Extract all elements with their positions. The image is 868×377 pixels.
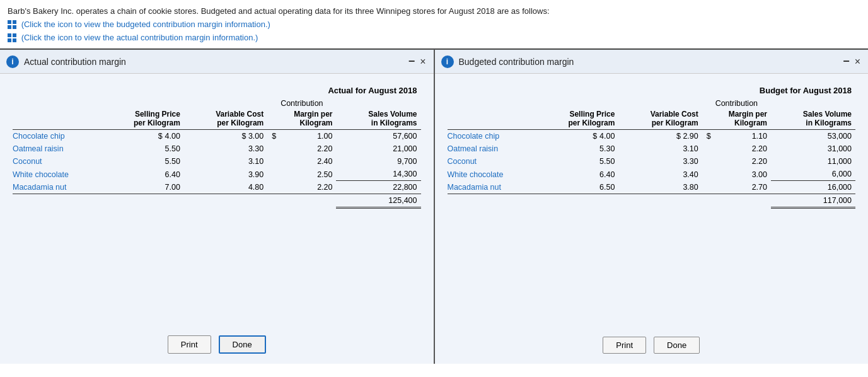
actual-row-sales: 22,800 — [336, 181, 420, 194]
actual-row-variable: $ 3.00 — [184, 130, 267, 143]
budgeted-row-label: Macadamia nut — [448, 181, 538, 194]
svg-rect-4 — [8, 33, 11, 37]
budgeted-header-sales: Sales Volume in Kilograms — [771, 108, 855, 130]
actual-header-sales: Sales Volume in Kilograms — [336, 108, 420, 130]
actual-row-selling: 7.00 — [103, 181, 184, 194]
budgeted-col-contribution: Contribution — [702, 97, 771, 108]
actual-header-selling: Selling Price per Kilogram — [103, 108, 184, 130]
budgeted-row-variable: $ 2.90 — [618, 130, 702, 143]
budgeted-row-variable: 3.10 — [618, 142, 702, 155]
actual-header-margin: Margin per Kilogram — [267, 108, 336, 130]
budgeted-link-row[interactable]: (Click the icon to view the budgeted con… — [8, 18, 860, 32]
actual-total: 125,400 — [336, 194, 420, 208]
top-description-section: Barb's Bakery Inc. operates a chain of c… — [0, 0, 868, 49]
actual-done-button[interactable]: Done — [219, 335, 266, 354]
actual-col-empty — [13, 97, 103, 108]
actual-row-label: Macadamia nut — [13, 181, 103, 194]
svg-rect-5 — [13, 33, 16, 37]
budgeted-done-button[interactable]: Done — [654, 337, 700, 354]
actual-row-margin-dollar — [267, 168, 280, 181]
actual-minimize-button[interactable]: − — [408, 55, 415, 68]
budgeted-table-row: Coconut 5.50 3.30 2.20 11,000 — [448, 155, 856, 168]
budgeted-row-margin-dollar: $ — [702, 130, 715, 143]
actual-row-margin: 2.20 — [280, 142, 336, 155]
budgeted-row-sales: 31,000 — [771, 142, 855, 155]
budgeted-panel: i Budgeted contribution margin − × Budge… — [435, 50, 869, 364]
actual-panel-controls: − × — [408, 55, 426, 68]
actual-table-row: White chocolate 6.40 3.90 2.50 14,300 — [13, 168, 421, 181]
actual-row-margin-dollar: $ — [267, 130, 280, 143]
budgeted-row-selling: 5.30 — [537, 142, 618, 155]
actual-close-button[interactable]: × — [420, 56, 425, 67]
budgeted-panel-header: i Budgeted contribution margin − × — [435, 50, 869, 74]
budgeted-link-text[interactable]: (Click the icon to view the budgeted con… — [21, 20, 270, 29]
budgeted-row-sales: 11,000 — [771, 155, 855, 168]
actual-row-label: Oatmeal raisin — [13, 142, 103, 155]
panels-container: i Actual contribution margin − × Actual … — [0, 49, 868, 364]
actual-row-variable: 4.80 — [184, 181, 267, 194]
actual-row-margin: 1.00 — [280, 130, 336, 143]
actual-row-variable: 3.10 — [184, 155, 267, 168]
actual-table-title: Actual for August 2018 — [13, 84, 421, 97]
budgeted-total-row: 117,000 — [448, 194, 856, 208]
svg-rect-0 — [8, 20, 11, 24]
budgeted-row-margin: 2.70 — [715, 181, 771, 194]
actual-row-label: Coconut — [13, 155, 103, 168]
actual-header-variable: Variable Cost per Kilogram — [184, 108, 267, 130]
budgeted-row-margin-dollar — [702, 168, 715, 181]
actual-row-sales: 14,300 — [336, 168, 420, 181]
actual-row-margin-dollar — [267, 181, 280, 194]
budgeted-col-variable-empty — [618, 97, 702, 108]
actual-row-sales: 9,700 — [336, 155, 420, 168]
actual-table: Actual for August 2018 Contribution Sell… — [13, 84, 421, 209]
actual-col-contribution: Contribution — [267, 97, 336, 108]
actual-row-margin: 2.50 — [280, 168, 336, 181]
actual-panel: i Actual contribution margin − × Actual … — [0, 50, 435, 364]
budgeted-row-label: Chocolate chip — [448, 130, 538, 143]
budgeted-table-title: Budget for August 2018 — [448, 84, 856, 97]
budgeted-row-margin: 2.20 — [715, 142, 771, 155]
budgeted-col-sales-empty — [771, 97, 855, 108]
actual-panel-footer: Print Done — [0, 328, 434, 364]
budgeted-col-empty — [448, 97, 538, 108]
budgeted-minimize-button[interactable]: − — [843, 55, 850, 68]
actual-col-selling-empty — [103, 97, 184, 108]
budgeted-total-margin — [715, 194, 771, 208]
budgeted-table-row: Oatmeal raisin 5.30 3.10 2.20 31,000 — [448, 142, 856, 155]
budgeted-table: Budget for August 2018 Contribution Sell… — [448, 84, 856, 209]
actual-row-margin: 2.40 — [280, 155, 336, 168]
budgeted-total-margin-dollar — [702, 194, 715, 208]
actual-total-label — [13, 194, 103, 208]
budgeted-row-margin: 1.10 — [715, 130, 771, 143]
budgeted-row-margin: 2.20 — [715, 155, 771, 168]
actual-total-margin — [280, 194, 336, 208]
svg-rect-7 — [13, 38, 16, 42]
budgeted-row-sales: 16,000 — [771, 181, 855, 194]
budgeted-panel-title: Budgeted contribution margin — [459, 57, 843, 67]
actual-link-text[interactable]: (Click the icon to view the actual contr… — [21, 33, 258, 42]
actual-row-label: White chocolate — [13, 168, 103, 181]
budgeted-total: 117,000 — [771, 194, 855, 208]
budgeted-table-row: White chocolate 6.40 3.40 3.00 6,000 — [448, 168, 856, 181]
actual-table-row: Macadamia nut 7.00 4.80 2.20 22,800 — [13, 181, 421, 194]
budgeted-panel-footer: Print Done — [435, 329, 869, 364]
actual-row-selling: 6.40 — [103, 168, 184, 181]
budgeted-close-button[interactable]: × — [855, 56, 860, 67]
budgeted-print-button[interactable]: Print — [603, 337, 646, 354]
budgeted-row-sales: 53,000 — [771, 130, 855, 143]
budgeted-total-variable — [618, 194, 702, 208]
actual-print-button[interactable]: Print — [168, 335, 211, 354]
budgeted-panel-controls: − × — [843, 55, 860, 68]
budgeted-row-margin-dollar — [702, 142, 715, 155]
budgeted-info-icon: i — [441, 55, 454, 68]
actual-row-sales: 57,600 — [336, 130, 420, 143]
actual-col-sales-empty — [336, 97, 420, 108]
actual-row-margin-dollar — [267, 142, 280, 155]
budgeted-total-label — [448, 194, 538, 208]
grid-icon-actual — [8, 33, 16, 42]
budgeted-row-label: Oatmeal raisin — [448, 142, 538, 155]
actual-row-sales: 21,000 — [336, 142, 420, 155]
actual-panel-title: Actual contribution margin — [24, 57, 408, 67]
actual-row-selling: 5.50 — [103, 155, 184, 168]
actual-link-row[interactable]: (Click the icon to view the actual contr… — [8, 32, 860, 45]
